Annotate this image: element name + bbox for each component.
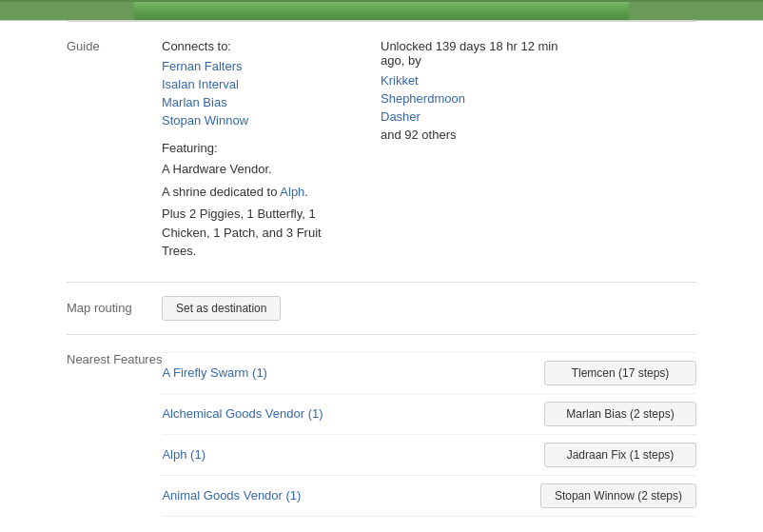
featuring-title: Featuring: bbox=[162, 141, 352, 155]
featuring-section: Featuring: A Hardware Vendor. A shrine d… bbox=[162, 141, 352, 261]
unlocked-title: Unlocked 139 days 18 hr 12 min ago, by bbox=[381, 39, 571, 68]
feature-row: Alchemical Goods Vendor (1) Marlan Bias … bbox=[162, 394, 696, 435]
unlocked-list: Krikket Shepherdmoon Dasher bbox=[381, 73, 571, 124]
guide-label: Guide bbox=[67, 39, 162, 265]
list-item: Marlan Bias bbox=[162, 95, 352, 109]
map-routing-label: Map routing bbox=[67, 301, 162, 315]
marlan-bias-link[interactable]: Marlan Bias bbox=[162, 95, 227, 109]
feature-route-btn-animal[interactable]: Stopan Winnow (2 steps) bbox=[540, 483, 696, 508]
list-item: Dasher bbox=[381, 109, 571, 124]
list-item: Stopan Winnow bbox=[162, 113, 352, 128]
feature-name-alchemical[interactable]: Alchemical Goods Vendor (1) bbox=[162, 406, 544, 421]
connects-column: Connects to: Fernan Falters Isalan Inter… bbox=[162, 39, 352, 265]
alph-link[interactable]: Alph bbox=[280, 185, 304, 199]
isalan-interval-link[interactable]: Isalan Interval bbox=[162, 77, 239, 91]
guide-section: Guide Connects to: Fernan Falters Isalan… bbox=[0, 22, 763, 282]
list-item: Fernan Falters bbox=[162, 59, 352, 73]
plus-text: Plus 2 Piggies, 1 Butterfly, 1 Chicken, … bbox=[162, 205, 352, 261]
features-grid: A Firefly Swarm (1) Tlemcen (17 steps) A… bbox=[162, 352, 696, 517]
feature-name-alph[interactable]: Alph (1) bbox=[162, 447, 544, 462]
unlocked-column: Unlocked 139 days 18 hr 12 min ago, by K… bbox=[381, 39, 571, 265]
featuring-text: A Hardware Vendor. A shrine dedicated to… bbox=[162, 160, 352, 261]
list-item: Krikket bbox=[381, 73, 571, 88]
nearest-features-label-col: Nearest Features bbox=[67, 352, 162, 517]
dasher-link[interactable]: Dasher bbox=[381, 109, 421, 124]
map-banner bbox=[0, 0, 763, 21]
list-item: Isalan Interval bbox=[162, 77, 352, 91]
stopan-winnow-link[interactable]: Stopan Winnow bbox=[162, 113, 248, 128]
shrine-text: A shrine dedicated to Alph. bbox=[162, 183, 352, 202]
set-destination-button[interactable]: Set as destination bbox=[162, 296, 281, 321]
shepherdmoon-link[interactable]: Shepherdmoon bbox=[381, 91, 465, 106]
fernan-falters-link[interactable]: Fernan Falters bbox=[162, 59, 243, 73]
feature-route-btn-firefly[interactable]: Tlemcen (17 steps) bbox=[544, 361, 696, 385]
feature-name-animal[interactable]: Animal Goods Vendor (1) bbox=[162, 488, 540, 502]
map-routing-section: Map routing Set as destination bbox=[0, 283, 763, 334]
feature-row: Alph (1) Jadraan Fix (1 steps) bbox=[162, 435, 696, 476]
nearest-features-content: A Firefly Swarm (1) Tlemcen (17 steps) A… bbox=[162, 352, 696, 517]
feature-route-btn-alph[interactable]: Jadraan Fix (1 steps) bbox=[544, 443, 696, 467]
nearest-layout: Nearest Features A Firefly Swarm (1) Tle… bbox=[67, 352, 696, 517]
feature-name-firefly[interactable]: A Firefly Swarm (1) bbox=[162, 365, 544, 380]
guide-content: Connects to: Fernan Falters Isalan Inter… bbox=[162, 39, 696, 265]
nearest-features-label: Nearest Features bbox=[67, 352, 162, 366]
feature-row: A Firefly Swarm (1) Tlemcen (17 steps) bbox=[162, 352, 696, 394]
feature-row: Animal Goods Vendor (1) Stopan Winnow (2… bbox=[162, 476, 696, 517]
unlocked-others-text: and 92 others bbox=[381, 128, 571, 142]
list-item: Shepherdmoon bbox=[381, 91, 571, 106]
feature-route-btn-alchemical[interactable]: Marlan Bias (2 steps) bbox=[544, 402, 696, 426]
connects-title: Connects to: bbox=[162, 39, 352, 53]
krikket-link[interactable]: Krikket bbox=[381, 73, 419, 88]
hardware-vendor-text: A Hardware Vendor. bbox=[162, 160, 352, 179]
connects-list: Fernan Falters Isalan Interval Marlan Bi… bbox=[162, 59, 352, 128]
nearest-features-section: Nearest Features A Firefly Swarm (1) Tle… bbox=[0, 335, 763, 533]
